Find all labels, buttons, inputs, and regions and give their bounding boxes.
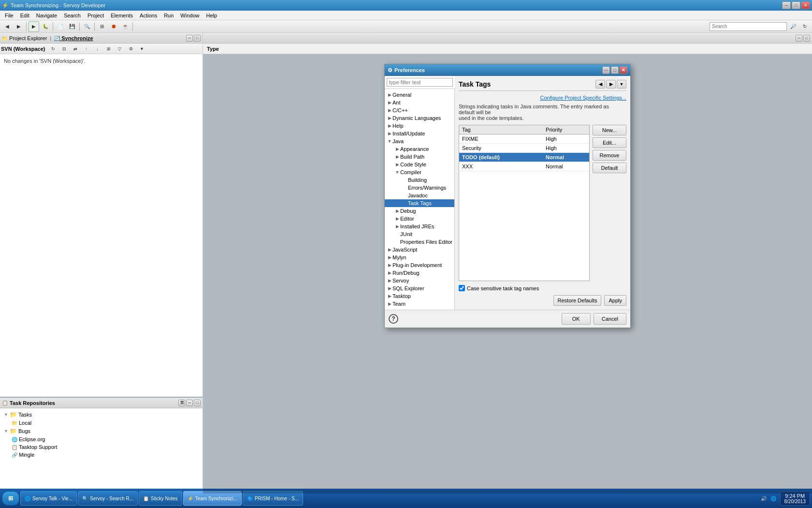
pref-nav-menu[interactable]: ▼: [617, 80, 626, 89]
right-panel-maximize[interactable]: □: [803, 35, 810, 42]
menu-actions[interactable]: Actions: [137, 12, 160, 19]
tree-tasks[interactable]: ▼ 📁 Tasks: [2, 410, 201, 419]
tree-editor[interactable]: ▶ Editor: [385, 215, 454, 223]
tree-debug[interactable]: ▶ Debug: [385, 207, 454, 215]
tree-local[interactable]: 📁 Local: [2, 419, 201, 427]
toolbar-debug[interactable]: 🐛: [40, 21, 51, 32]
svn-refresh[interactable]: ↻: [48, 45, 58, 53]
help-icon[interactable]: ?: [389, 314, 398, 324]
table-row[interactable]: Security High: [459, 144, 589, 153]
tree-tasktop-pref[interactable]: ▶ Tasktop: [385, 292, 454, 300]
toolbar-new[interactable]: 📄: [55, 21, 66, 32]
pref-nav-forward[interactable]: ▶: [606, 80, 616, 89]
taskbar-item-0[interactable]: 🌐 Servoy Talk - Vie...: [20, 491, 77, 506]
tree-team[interactable]: ▶ Team: [385, 300, 454, 308]
toolbar-java[interactable]: ☕: [120, 21, 130, 32]
cancel-button[interactable]: Cancel: [594, 313, 626, 325]
tree-installed-jres[interactable]: ▶ Installed JREs: [385, 223, 454, 230]
svn-collapse[interactable]: ⊟: [59, 45, 70, 53]
menu-project[interactable]: Project: [85, 12, 107, 19]
svn-menu[interactable]: ▼: [137, 45, 147, 53]
panel-minimize[interactable]: ─: [186, 35, 193, 42]
tree-mylyn[interactable]: ▶ Mylyn: [385, 254, 454, 261]
toolbar-git[interactable]: ⬢: [108, 21, 119, 32]
tree-general[interactable]: ▶ General: [385, 91, 454, 99]
tree-plugin-dev[interactable]: ▶ Plug-in Development: [385, 261, 454, 269]
tree-tasktop[interactable]: 📋 Tasktop Support: [2, 443, 201, 451]
toolbar-forward[interactable]: ▶: [14, 21, 24, 32]
start-button[interactable]: ⊞: [2, 491, 19, 506]
search-go[interactable]: 🔎: [788, 21, 798, 32]
svn-sync[interactable]: ⇄: [70, 45, 81, 53]
table-row[interactable]: XXX Normal: [459, 162, 589, 171]
toolbar-run[interactable]: ▶: [29, 21, 39, 32]
tree-cpp[interactable]: ▶ C/C++: [385, 106, 454, 114]
tree-compiler[interactable]: ▼ Compiler: [385, 168, 454, 176]
menu-edit[interactable]: Edit: [17, 12, 32, 19]
tree-dynamic-languages[interactable]: ▶ Dynamic Languages: [385, 114, 454, 122]
configure-project-link[interactable]: Configure Project Specific Settings...: [459, 95, 626, 101]
ok-button[interactable]: OK: [562, 313, 591, 325]
svn-expand-all[interactable]: ⊞: [103, 45, 114, 53]
table-row-selected[interactable]: TODO (default) Normal: [459, 153, 589, 162]
menu-search[interactable]: Search: [61, 12, 84, 19]
tree-junit[interactable]: JUnit: [385, 230, 454, 238]
tree-code-style[interactable]: ▶ Code Style: [385, 161, 454, 168]
tree-javascript[interactable]: ▶ JavaScript: [385, 246, 454, 254]
tree-prop-files[interactable]: Properties Files Editor: [385, 238, 454, 246]
dialog-close[interactable]: ✕: [620, 66, 627, 74]
pref-filter-input[interactable]: [387, 78, 453, 87]
dialog-maximize[interactable]: □: [611, 66, 619, 74]
tree-task-tags[interactable]: Task Tags: [385, 199, 454, 207]
tree-bugs[interactable]: ▼ 📁 Bugs: [2, 427, 201, 435]
maximize-button[interactable]: □: [792, 1, 800, 9]
tree-build-path[interactable]: ▶ Build Path: [385, 153, 454, 161]
default-tag-button[interactable]: Default: [593, 163, 626, 173]
menu-run[interactable]: Run: [161, 12, 176, 19]
right-panel-minimize[interactable]: ─: [796, 35, 802, 42]
tree-building[interactable]: Building: [385, 176, 454, 184]
tree-install-update[interactable]: ▶ Install/Update: [385, 130, 454, 137]
menu-file[interactable]: File: [2, 12, 16, 19]
tree-javadoc[interactable]: Javadoc: [385, 192, 454, 199]
menu-elements[interactable]: Elements: [108, 12, 136, 19]
refresh-button[interactable]: ↻: [799, 21, 810, 32]
taskbar-item-2[interactable]: 📋 Sticky Notes: [139, 491, 182, 506]
menu-window[interactable]: Window: [177, 12, 202, 19]
pref-nav-back[interactable]: ◀: [595, 80, 605, 89]
search-field[interactable]: [710, 22, 787, 31]
task-repos-minimize[interactable]: ─: [186, 400, 193, 406]
case-sensitive-checkbox[interactable]: [459, 285, 465, 291]
new-tag-button[interactable]: New...: [593, 125, 626, 135]
svn-commit[interactable]: ↑: [81, 45, 92, 53]
table-row[interactable]: FIXME High: [459, 134, 589, 144]
tree-mingle[interactable]: 🔗 Mingle: [2, 451, 201, 459]
edit-tag-button[interactable]: Edit...: [593, 137, 626, 148]
task-repos-maximize[interactable]: □: [194, 400, 201, 406]
menu-navigate[interactable]: Navigate: [33, 12, 60, 19]
tree-run-debug[interactable]: ▶ Run/Debug: [385, 269, 454, 277]
taskbar-item-1[interactable]: 🔍 Servoy - Search R...: [78, 491, 138, 506]
toolbar-perspectives[interactable]: ⊞: [97, 21, 107, 32]
tree-eclipse[interactable]: 🌐 Eclipse.org: [2, 435, 201, 443]
tab-synchronize[interactable]: 🔄 Synchronize: [54, 35, 93, 41]
svn-update[interactable]: ↓: [92, 45, 103, 53]
svn-settings[interactable]: ⚙: [126, 45, 136, 53]
tree-errors-warnings[interactable]: Errors/Warnings: [385, 184, 454, 192]
tree-servoy[interactable]: ▶ Servoy: [385, 277, 454, 284]
menu-help[interactable]: Help: [203, 12, 220, 19]
tree-java-appearance[interactable]: ▶ Appearance: [385, 145, 454, 153]
tree-help[interactable]: ▶ Help: [385, 122, 454, 130]
tree-ant[interactable]: ▶ Ant: [385, 99, 454, 106]
remove-tag-button[interactable]: Remove: [593, 150, 626, 161]
toolbar-search[interactable]: 🔍: [82, 21, 92, 32]
dialog-minimize[interactable]: ─: [602, 66, 610, 74]
tree-java[interactable]: ▼ Java: [385, 137, 454, 145]
task-repos-menu[interactable]: ☰: [178, 400, 185, 406]
tree-sql-explorer[interactable]: ▶ SQL Explorer: [385, 284, 454, 292]
restore-defaults-button[interactable]: Restore Defaults: [553, 295, 602, 306]
toolbar-back[interactable]: ◀: [2, 21, 13, 32]
close-button[interactable]: ✕: [801, 1, 810, 9]
apply-button[interactable]: Apply: [604, 295, 626, 306]
panel-maximize[interactable]: □: [194, 35, 201, 42]
